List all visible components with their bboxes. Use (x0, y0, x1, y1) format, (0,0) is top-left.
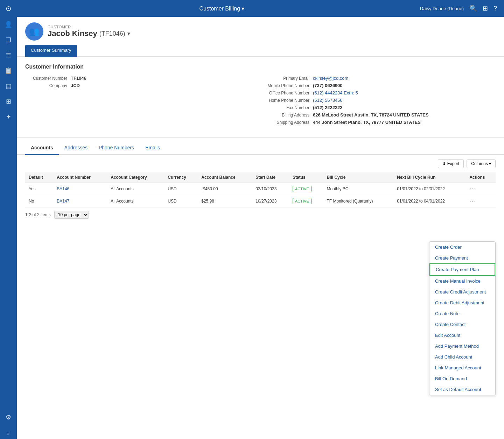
dropdown-item[interactable]: Create Debit Adjustment (429, 297, 495, 308)
logo-icon: ⊙ (6, 4, 12, 13)
sidebar: ⊙ 👤 ❏ ☰ 📋 ▤ ⊞ ✦ ⚙ » (0, 0, 17, 439)
sidebar-item-settings[interactable]: ⚙ (0, 410, 17, 425)
status-badge: ACTIVE (293, 186, 312, 192)
tab-customer-summary[interactable]: Customer Summary (25, 45, 77, 57)
customer-header: 👥 CUSTOMER Jacob Kinsey (TF1046) ▾ (17, 17, 504, 41)
export-button[interactable]: ⬇ Export (438, 159, 464, 168)
cell-account-category: All Accounts (107, 183, 164, 195)
office-phone-row: Office Phone Number (512) 4442234 Extn: … (267, 90, 496, 95)
customer-dropdown-icon[interactable]: ▾ (127, 31, 130, 36)
col-account-balance: Account Balance (198, 172, 252, 183)
topnav-right: Daisy Deane (Deane) 🔍 ⊞ ? (420, 5, 497, 12)
shipping-address-value: 444 John Street Plano, TX, 78777 UNITED … (313, 120, 421, 125)
fax-number-row: Fax Number (512) 2222222 (267, 105, 496, 110)
cell-account-number[interactable]: BA147 (53, 195, 107, 207)
dropdown-item[interactable]: Edit Account (429, 330, 495, 341)
cell-actions[interactable]: ··· (466, 183, 496, 195)
dropdown-item[interactable]: Create Contact (429, 319, 495, 330)
office-phone-value: (512) 4442234 Extn: 5 (313, 90, 358, 95)
customer-info-header: CUSTOMER Jacob Kinsey (TF1046) ▾ (48, 25, 130, 38)
col-account-number: Account Number (53, 172, 107, 183)
primary-email-row: Primary Email ckinsey@jcd.com (267, 76, 496, 81)
tab-accounts[interactable]: Accounts (25, 141, 59, 155)
fax-number-label: Fax Number (267, 105, 313, 110)
dropdown-item[interactable]: Create Payment (429, 253, 495, 263)
avatar: 👥 (25, 22, 43, 41)
customer-name: Jacob Kinsey (TF1046) ▾ (48, 29, 130, 38)
tab-phone-numbers[interactable]: Phone Numbers (93, 141, 140, 155)
cell-next-bill-cycle-run: 01/01/2022 to 02/01/2022 (393, 183, 466, 195)
topnav-user[interactable]: Daisy Deane (Deane) (420, 6, 464, 11)
topnav: Customer Billing ▾ Daisy Deane (Deane) 🔍… (17, 0, 504, 17)
sidebar-item-calculator[interactable]: ⊞ (0, 94, 17, 109)
content-area: 👥 CUSTOMER Jacob Kinsey (TF1046) ▾ Custo… (17, 17, 504, 439)
billing-address-row: Billing Address 626 McLeod Street Austin… (267, 112, 496, 118)
col-start-date: Start Date (252, 172, 289, 183)
billing-address-label: Billing Address (267, 112, 313, 118)
dropdown-item[interactable]: Add Payment Method (429, 341, 495, 352)
company-value: JCD (71, 83, 80, 88)
section-divider (17, 137, 504, 138)
app-logo[interactable]: ⊙ (0, 0, 17, 17)
dropdown-item[interactable]: Add Child Account (429, 352, 495, 362)
dropdown-item[interactable]: Link Managed Account (429, 362, 495, 373)
dropdown-item[interactable]: Create Order (429, 242, 495, 253)
sidebar-item-people[interactable]: 👤 (0, 17, 17, 32)
sidebar-item-document[interactable]: 📋 (0, 63, 17, 78)
dropdown-item[interactable]: Create Note (429, 308, 495, 319)
sidebar-item-card[interactable]: ▤ (0, 78, 17, 94)
cell-default: No (25, 195, 53, 207)
topnav-dropdown-icon: ▾ (241, 6, 244, 12)
topnav-title[interactable]: Customer Billing ▾ (200, 5, 245, 12)
cell-start-date: 02/10/2023 (252, 183, 289, 195)
info-col-left: Customer Number TF1046 Company JCD (25, 76, 253, 127)
cell-account-number[interactable]: BA146 (53, 183, 107, 195)
sidebar-item-palette[interactable]: ✦ (0, 109, 17, 125)
grid-icon[interactable]: ⊞ (483, 5, 488, 12)
customer-info-section: Customer Information Customer Number TF1… (17, 57, 504, 134)
customer-number-value: TF1046 (71, 76, 86, 81)
col-status: Status (289, 172, 323, 183)
sidebar-item-list[interactable]: ☰ (0, 48, 17, 63)
tab-emails[interactable]: Emails (140, 141, 166, 155)
dropdown-item[interactable]: Create Payment Plan (429, 263, 495, 276)
home-phone-label: Home Phone Number (267, 98, 313, 103)
col-currency: Currency (164, 172, 198, 183)
actions-dots-button[interactable]: ··· (469, 186, 476, 192)
col-actions: Actions (466, 172, 496, 183)
billing-address-value: 626 McLeod Street Austin, TX, 78724 UNIT… (313, 112, 429, 118)
help-icon[interactable]: ? (493, 5, 497, 12)
info-grid: Customer Number TF1046 Company JCD Prima… (25, 76, 496, 127)
columns-button[interactable]: Columns ▾ (467, 159, 496, 168)
dropdown-item[interactable]: Create Manual Invoice (429, 276, 495, 286)
pagination-info: 1-2 of 2 items 10 per page 25 per page 5… (25, 211, 496, 219)
dropdown-item[interactable]: Bill On Demand (429, 373, 495, 384)
dropdown-item[interactable]: Set as Default Account (429, 384, 495, 395)
primary-email-value: ckinsey@jcd.com (313, 76, 348, 81)
col-account-category: Account Category (107, 172, 164, 183)
sidebar-item-copy[interactable]: ❏ (0, 32, 17, 48)
cell-currency: USD (164, 195, 198, 207)
main-area: Customer Billing ▾ Daisy Deane (Deane) 🔍… (17, 0, 504, 439)
actions-dots-button[interactable]: ··· (469, 198, 476, 204)
cell-account-category: All Accounts (107, 195, 164, 207)
table-header-row: Default Account Number Account Category … (25, 172, 496, 183)
cell-bill-cycle: Monthly BC (323, 183, 393, 195)
pagination-summary: 1-2 of 2 items (25, 212, 51, 217)
tab-addresses[interactable]: Addresses (59, 141, 93, 155)
customer-number-row: Customer Number TF1046 (25, 76, 253, 81)
home-phone-value: (512) 5673456 (313, 98, 343, 103)
dropdown-item[interactable]: Create Credit Adjustment (429, 286, 495, 297)
cell-actions[interactable]: ··· (466, 195, 496, 207)
per-page-select[interactable]: 10 per page 25 per page 50 per page (54, 211, 89, 219)
status-badge: ACTIVE (293, 198, 312, 204)
search-icon[interactable]: 🔍 (469, 5, 477, 12)
company-row: Company JCD (25, 83, 253, 88)
sidebar-expand-button[interactable]: » (0, 429, 17, 439)
cell-status: ACTIVE (289, 195, 323, 207)
col-bill-cycle: Bill Cycle (323, 172, 393, 183)
info-col-right: Primary Email ckinsey@jcd.com Mobile Pho… (267, 76, 496, 127)
avatar-icon: 👥 (29, 27, 40, 36)
cell-account-balance: $25.98 (198, 195, 252, 207)
cell-default: Yes (25, 183, 53, 195)
